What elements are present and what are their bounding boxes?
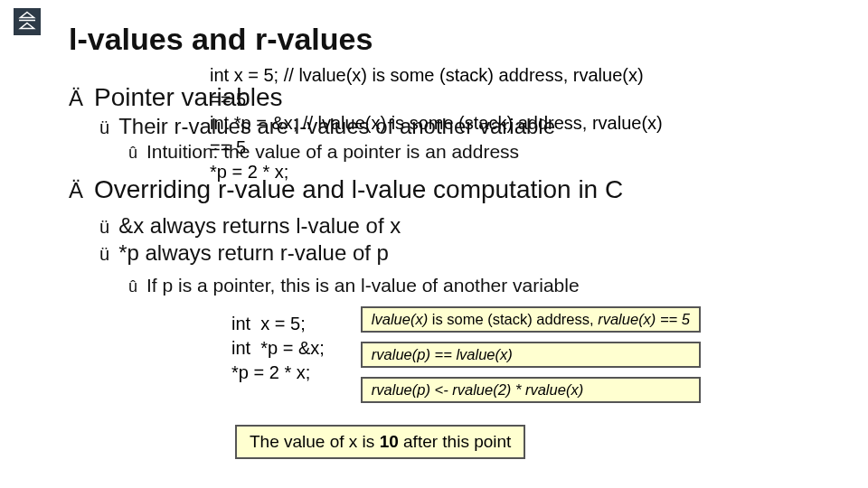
box-final-value: The value of x is 10 after this point [235, 425, 525, 459]
code-line-1: int x = 5; [231, 314, 306, 333]
box-rvalue-p: rvalue(p) == lvalue(x) [361, 342, 701, 368]
code-line-3: *p = 2 * x; [231, 362, 310, 382]
bullet-pointer-variables: Pointer variables [69, 83, 841, 112]
bullet-rvalues-lvalues: Their r-values are l-values of another v… [99, 114, 841, 139]
annotation-boxes: lvalue(x) is some (stack) address, rvalu… [361, 306, 701, 403]
lower-example: int x = 5; int *p = &x; *p = 2 * x; lval… [69, 312, 841, 403]
org-logo [11, 5, 43, 38]
code-line-2: int *p = &x; [231, 338, 325, 358]
bullet-star-p: *p always return r-value of p [99, 240, 841, 266]
example-code: int x = 5; int *p = &x; *p = 2 * x; [231, 312, 325, 385]
bullet-if-pointer: If p is a pointer, this is an l-value of… [128, 275, 841, 296]
slide-title: l-values and r-values [69, 22, 373, 57]
bullet-intuition: Intuition: the value of a pointer is an … [128, 141, 841, 163]
box-rvalue-assign: rvalue(p) <- rvalue(2) * rvalue(x) [361, 377, 701, 403]
bullet-overriding: Overriding r-value and l-value computati… [69, 175, 841, 204]
bullet-content: Pointer variables Their r-values are l-v… [69, 83, 841, 298]
box-lvalue-rvalue-x: lvalue(x) is some (stack) address, rvalu… [361, 306, 701, 333]
bullet-ampersand: &x always returns l-value of x [99, 213, 841, 239]
